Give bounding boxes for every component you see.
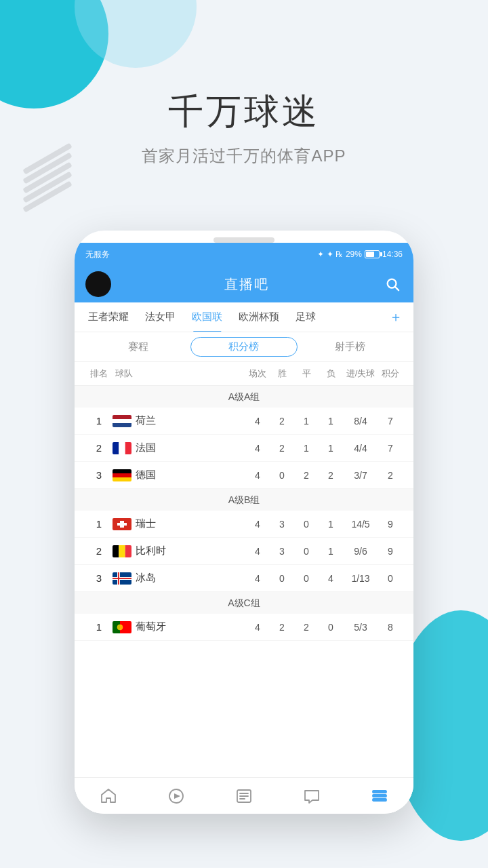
status-time: 14:36	[382, 250, 403, 259]
status-icons: ✦ ✦ ℞	[317, 250, 343, 259]
flag-fr	[113, 442, 131, 454]
svg-marker-26	[174, 793, 180, 799]
col-draw-header: 平	[294, 368, 319, 380]
battery-icon	[365, 250, 380, 258]
tab-fanjia[interactable]: 法女甲	[137, 302, 184, 332]
hero-title: 千万球迷	[0, 88, 488, 136]
add-tab-button[interactable]: ＋	[384, 308, 408, 326]
col-played-header: 场次	[245, 368, 270, 380]
nav-mine[interactable]	[346, 778, 413, 814]
col-lose-header: 负	[319, 368, 343, 380]
svg-rect-2	[113, 415, 131, 419]
table-row[interactable]: 1 瑞士 4 3 0 1 14/5 9	[75, 511, 413, 538]
flag-pt	[113, 621, 131, 633]
tab-football[interactable]: 足球	[287, 302, 324, 332]
app-header: 直播吧	[75, 266, 413, 302]
svg-point-24	[117, 625, 123, 630]
col-goals-header: 进/失球	[343, 368, 378, 380]
table-row[interactable]: 3 冰岛 4 0 0 4 1/13 0	[75, 565, 413, 592]
status-right: ✦ ✦ ℞ 29% 14:36	[317, 250, 403, 259]
svg-rect-16	[125, 545, 131, 557]
col-team-header: 球队	[113, 368, 245, 380]
flag-is	[113, 572, 131, 585]
hero-subtitle: 首家月活过千万的体育APP	[0, 145, 488, 167]
tab-ouguo[interactable]: 欧国联	[184, 302, 230, 332]
svg-rect-21	[113, 578, 131, 579]
table-row[interactable]: 2 比利时 4 3 0 1 9/6 9	[75, 538, 413, 565]
svg-rect-15	[119, 545, 125, 557]
nav-live[interactable]	[142, 778, 210, 814]
avatar[interactable]	[85, 271, 111, 297]
tab-wangzhe[interactable]: 王者荣耀	[80, 302, 137, 332]
status-battery-pct: 29%	[346, 250, 362, 259]
flag-de	[113, 469, 131, 481]
svg-rect-4	[113, 423, 131, 427]
svg-rect-14	[113, 545, 119, 557]
svg-rect-6	[119, 442, 125, 454]
col-win-header: 胜	[270, 368, 294, 380]
phone-notch	[214, 237, 274, 243]
flag-nl	[113, 415, 131, 427]
group-a-header: A级A组	[75, 386, 413, 408]
svg-rect-32	[373, 795, 386, 797]
svg-rect-8	[113, 469, 131, 473]
svg-line-1	[395, 287, 399, 290]
nav-news[interactable]	[210, 778, 278, 814]
svg-rect-9	[113, 473, 131, 477]
app-title: 直播吧	[224, 275, 269, 294]
phone-frame: 无服务 ✦ ✦ ℞ 29% 14:36 直播吧	[75, 231, 413, 814]
svg-rect-33	[373, 799, 386, 801]
col-pts-header: 积分	[378, 368, 403, 380]
nav-chat[interactable]	[278, 778, 346, 814]
nav-tabs: 王者荣耀 法女甲 欧国联 欧洲杯预 足球 ＋	[75, 302, 413, 332]
flag-be	[113, 545, 131, 557]
search-button[interactable]	[382, 274, 403, 294]
status-bar: 无服务 ✦ ✦ ℞ 29% 14:36	[75, 243, 413, 266]
col-rank-header: 排名	[85, 368, 113, 380]
table-row[interactable]: 1 葡萄牙 4 2 2 0 5/3 8	[75, 614, 413, 641]
table-header: 排名 球队 场次 胜 平 负 进/失球 积分	[75, 362, 413, 386]
flag-ch	[113, 518, 131, 530]
svg-rect-7	[125, 442, 131, 454]
status-service: 无服务	[85, 249, 110, 260]
tab-ouzhouyu[interactable]: 欧洲杯预	[230, 302, 287, 332]
battery-fill	[366, 252, 374, 257]
subtab-scorers[interactable]: 射手榜	[298, 338, 403, 356]
group-c-header: A级C组	[75, 592, 413, 614]
table-row[interactable]: 2 法国 4 2 1 1 4/4 7	[75, 435, 413, 462]
standings-table[interactable]: A级A组 1 荷兰 4 2 1 1 8/4 7 2	[75, 386, 413, 813]
subtab-schedule[interactable]: 赛程	[85, 338, 190, 356]
nav-home[interactable]	[75, 778, 142, 814]
subtab-standings[interactable]: 积分榜	[190, 337, 297, 357]
bottom-nav	[75, 777, 413, 814]
svg-rect-3	[113, 419, 131, 423]
svg-rect-13	[117, 523, 127, 526]
svg-rect-5	[113, 442, 119, 454]
table-row[interactable]: 3 德国 4 0 2 2 3/7 2	[75, 462, 413, 489]
hero-section: 千万球迷 首家月活过千万的体育APP	[0, 88, 488, 167]
svg-rect-31	[373, 791, 386, 793]
phone-mockup: 无服务 ✦ ✦ ℞ 29% 14:36 直播吧	[75, 231, 413, 814]
svg-rect-10	[113, 477, 131, 481]
group-b-header: A级B组	[75, 489, 413, 511]
sub-tabs: 赛程 积分榜 射手榜	[75, 332, 413, 362]
table-row[interactable]: 1 荷兰 4 2 1 1 8/4 7	[75, 408, 413, 435]
